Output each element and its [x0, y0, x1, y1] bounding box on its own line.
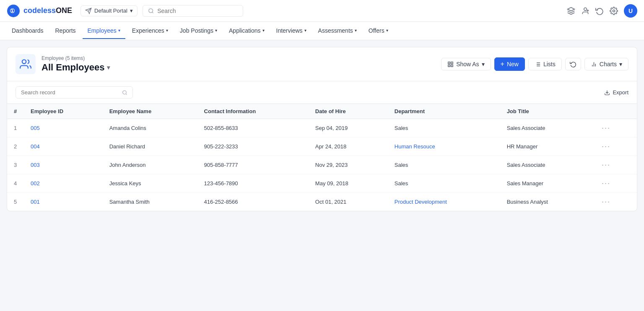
cell-actions: ··· — [593, 156, 637, 174]
record-search[interactable] — [16, 86, 133, 98]
applications-chevron-icon: ▾ — [262, 28, 265, 33]
employees-chevron-icon: ▾ — [118, 28, 120, 33]
show-as-icon — [447, 61, 454, 67]
cell-num: 1 — [7, 119, 24, 137]
charts-chevron-icon: ▾ — [619, 61, 622, 67]
cell-hire-date: Sep 04, 2019 — [309, 119, 388, 137]
nav-item-experiences[interactable]: Experiences ▾ — [127, 23, 173, 39]
topbar: ① codelessONE Default Portal ▾ U — [0, 0, 644, 22]
nav-item-applications[interactable]: Applications ▾ — [224, 23, 270, 39]
header-actions: Show As ▾ + New Lists Charts ▾ — [441, 57, 628, 71]
svg-point-3 — [584, 8, 587, 10]
refresh-button[interactable] — [565, 58, 581, 70]
refresh-icon — [570, 61, 576, 67]
export-button[interactable]: Export — [604, 89, 628, 96]
employee-id-link[interactable]: 004 — [31, 143, 40, 150]
cell-contact: 502-855-8633 — [197, 119, 309, 137]
lists-button[interactable]: Lists — [528, 58, 562, 70]
svg-rect-9 — [451, 62, 453, 63]
interviews-chevron-icon: ▾ — [304, 28, 306, 33]
search-icon — [148, 8, 154, 14]
charts-button[interactable]: Charts ▾ — [584, 58, 628, 70]
employee-id-link[interactable]: 001 — [31, 199, 40, 205]
cell-actions: ··· — [593, 193, 637, 211]
nav-item-reports[interactable]: Reports — [50, 23, 81, 39]
lists-icon — [535, 61, 541, 67]
table-row: 1 005 Amanda Colins 502-855-8633 Sep 04,… — [7, 119, 637, 137]
cell-num: 4 — [7, 174, 24, 193]
row-more-button[interactable]: ··· — [600, 142, 612, 151]
title-caret-icon[interactable]: ▾ — [107, 64, 110, 71]
svg-rect-10 — [448, 65, 450, 66]
card-header: Employee (5 items) All Employees ▾ Show … — [7, 47, 637, 81]
offers-chevron-icon: ▾ — [386, 28, 388, 33]
nav-item-interviews[interactable]: Interviews ▾ — [271, 23, 312, 39]
cell-job-title: Sales Associate — [500, 156, 593, 174]
svg-point-7 — [22, 60, 26, 64]
portal-button[interactable]: Default Portal ▾ — [80, 5, 138, 16]
cell-name: Daniel Richard — [103, 137, 197, 156]
employee-id-link[interactable]: 003 — [31, 162, 40, 168]
new-button[interactable]: + New — [494, 57, 525, 71]
svg-rect-8 — [448, 62, 450, 63]
row-more-button[interactable]: ··· — [600, 197, 612, 206]
cell-id: 003 — [24, 156, 103, 174]
row-more-button[interactable]: ··· — [600, 124, 612, 132]
nav-item-job-postings[interactable]: Job Postings ▾ — [175, 23, 222, 39]
cell-id: 002 — [24, 174, 103, 193]
main-content: Employee (5 items) All Employees ▾ Show … — [0, 40, 644, 218]
cell-job-title: Sales Associate — [500, 119, 593, 137]
svg-text:①: ① — [10, 8, 15, 14]
svg-point-6 — [613, 10, 615, 12]
employee-id-link[interactable]: 005 — [31, 125, 40, 131]
cell-name: Samantha Smith — [103, 193, 197, 211]
show-as-chevron-icon: ▾ — [482, 61, 485, 67]
employees-table: # Employee ID Employee Name Contact Info… — [7, 104, 637, 211]
col-hire-date: Date of Hire — [309, 104, 388, 119]
record-search-icon — [122, 90, 127, 96]
row-more-button[interactable]: ··· — [600, 161, 612, 169]
cell-contact: 905-222-3233 — [197, 137, 309, 156]
employee-id-link[interactable]: 002 — [31, 180, 40, 187]
nav-item-dashboards[interactable]: Dashboards — [7, 23, 49, 39]
add-user-icon[interactable] — [581, 7, 589, 15]
table-row: 3 003 John Anderson 905-858-7777 Nov 29,… — [7, 156, 637, 174]
cell-name: Jessica Keys — [103, 174, 197, 193]
nav-item-offers[interactable]: Offers ▾ — [364, 23, 393, 39]
history-icon[interactable] — [595, 7, 604, 15]
layers-icon[interactable] — [567, 7, 575, 15]
nav-item-employees[interactable]: Employees ▾ — [83, 23, 125, 39]
global-search[interactable] — [143, 5, 243, 17]
cell-department: Human Resouce — [388, 137, 500, 156]
logo: ① codelessONE — [7, 4, 72, 18]
secondary-nav: Dashboards Reports Employees ▾ Experienc… — [0, 22, 644, 40]
card-subtitle: Employee (5 items) — [42, 55, 441, 61]
cell-hire-date: Oct 01, 2021 — [309, 193, 388, 211]
search-input[interactable] — [157, 8, 238, 14]
col-department: Department — [388, 104, 500, 119]
nav-item-assessments[interactable]: Assessments ▾ — [313, 23, 362, 39]
cell-hire-date: Nov 29, 2023 — [309, 156, 388, 174]
col-employee-name: Employee Name — [103, 104, 197, 119]
svg-point-21 — [123, 91, 127, 94]
assessments-chevron-icon: ▾ — [355, 28, 357, 33]
col-contact: Contact Information — [197, 104, 309, 119]
cell-job-title: Sales Manager — [500, 174, 593, 193]
row-more-button[interactable]: ··· — [600, 179, 612, 188]
cell-actions: ··· — [593, 174, 637, 193]
table-body: 1 005 Amanda Colins 502-855-8633 Sep 04,… — [7, 119, 637, 211]
cell-num: 5 — [7, 193, 24, 211]
export-icon — [604, 90, 610, 96]
record-search-input[interactable] — [21, 89, 119, 96]
portal-label: Default Portal — [94, 8, 127, 14]
settings-icon[interactable] — [610, 7, 618, 15]
cell-actions: ··· — [593, 137, 637, 156]
avatar[interactable]: U — [624, 4, 637, 18]
table-row: 2 004 Daniel Richard 905-222-3233 Apr 24… — [7, 137, 637, 156]
cell-contact: 416-252-8566 — [197, 193, 309, 211]
cell-department: Sales — [388, 174, 500, 193]
cell-id: 001 — [24, 193, 103, 211]
cell-num: 3 — [7, 156, 24, 174]
topbar-icons: U — [567, 4, 637, 18]
show-as-button[interactable]: Show As ▾ — [441, 58, 491, 70]
